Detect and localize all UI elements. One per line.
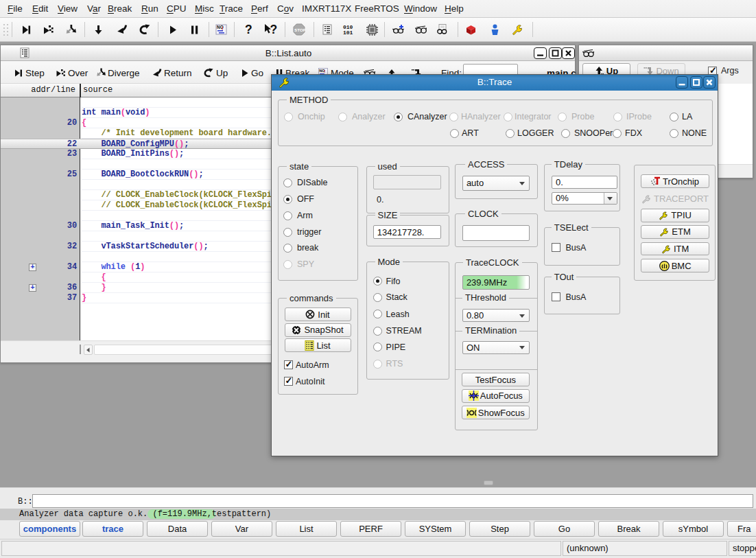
svg-text:!: ! [324, 69, 325, 73]
svg-text:?: ? [245, 23, 252, 36]
svg-text:STOP: STOP [294, 27, 305, 32]
svg-text:!: ! [222, 26, 223, 31]
svg-text:?: ? [270, 23, 278, 36]
svg-text:101: 101 [343, 30, 353, 35]
